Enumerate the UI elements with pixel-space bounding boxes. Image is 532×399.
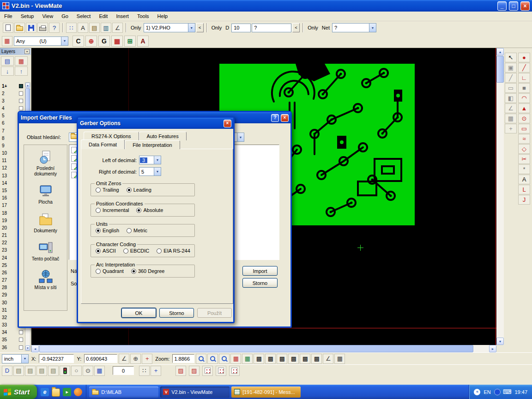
select-cursor-icon[interactable]: ↖ xyxy=(505,53,517,62)
wheel-settings-icon[interactable]: * xyxy=(518,164,530,174)
radio-option[interactable]: Absolute xyxy=(136,207,163,213)
gerber-file-check-icon[interactable]: ✓ xyxy=(71,147,77,153)
highlight-box-icon[interactable]: ▥ xyxy=(101,23,111,33)
aperture-text-icon[interactable]: A xyxy=(137,36,149,47)
crop-tool-icon[interactable]: ▣ xyxy=(505,63,517,73)
gerber-file-check-icon[interactable]: ✓ xyxy=(71,163,77,170)
scroll-thumb[interactable] xyxy=(496,56,504,83)
mirror-tool-icon[interactable]: ◧ xyxy=(505,93,517,103)
flash-pad-icon[interactable]: ⊕ xyxy=(85,36,97,47)
slope-tool-icon[interactable]: ∠ xyxy=(505,103,517,113)
flash-pad-draw-icon[interactable]: ● xyxy=(518,53,530,62)
ruler-4-icon[interactable]: ▤ xyxy=(48,366,59,376)
prev-dcode-button[interactable]: < xyxy=(292,23,300,32)
center-point-icon[interactable]: + xyxy=(142,354,152,364)
green-tool-icon[interactable]: ► xyxy=(63,388,71,396)
layer-colors-icon[interactable]: ▦ xyxy=(15,56,28,66)
apply-button[interactable]: Použít xyxy=(197,308,232,318)
menu-item[interactable]: Edit xyxy=(95,12,112,21)
film-dot-1-icon[interactable] xyxy=(202,366,213,376)
place-network[interactable]: Místa v síti xyxy=(25,269,66,290)
y-coordinate-field[interactable]: 0.690643 xyxy=(84,354,117,363)
dcode-value-field[interactable]: 10 xyxy=(231,24,251,32)
layer-swatch[interactable] xyxy=(19,84,23,88)
gerber-dialog-titlebar[interactable]: Gerber Options × xyxy=(78,118,233,129)
gerber-file-check-icon[interactable]: ✓ xyxy=(71,155,77,162)
radio-option[interactable]: Metric xyxy=(127,228,147,233)
layer-swatch[interactable] xyxy=(19,338,23,342)
menu-item[interactable]: File xyxy=(0,12,17,21)
left-decimal-combo[interactable]: 3 ▼ xyxy=(139,156,161,164)
prev-layer-button[interactable]: < xyxy=(196,23,204,32)
layer-swatch[interactable] xyxy=(19,345,23,350)
pad-view-2-icon[interactable]: ▩ xyxy=(265,354,276,364)
radio-option[interactable]: English xyxy=(96,228,119,233)
film-dot-3-icon[interactable] xyxy=(229,366,240,376)
place-desktop[interactable]: Plocha xyxy=(25,183,66,205)
task-message[interactable]: [191-482-091] - Mess... xyxy=(231,387,301,398)
menu-item[interactable]: Select xyxy=(73,12,95,21)
radio-option[interactable]: EIA RS-244 xyxy=(157,248,190,254)
chevron-down-icon[interactable]: ▼ xyxy=(188,24,195,32)
triangle-draw-icon[interactable]: ▲ xyxy=(518,103,530,113)
radio-icon[interactable] xyxy=(127,228,132,233)
scroll-left-icon[interactable]: ◄ xyxy=(31,345,39,352)
cancel-button[interactable]: Storno xyxy=(159,308,194,318)
ok-button[interactable]: OK xyxy=(121,308,156,318)
pad-view-6-icon[interactable]: ▩ xyxy=(311,354,322,364)
print-icon[interactable] xyxy=(37,23,48,33)
grid-tool-icon[interactable]: ▦ xyxy=(505,114,517,123)
zoom-window-icon[interactable] xyxy=(207,354,218,364)
grid-green-icon[interactable]: ▦ xyxy=(242,354,253,364)
radio-icon[interactable] xyxy=(123,248,128,254)
scroll-down-icon[interactable]: ▼ xyxy=(25,345,30,351)
film-box-icon[interactable]: ▤ xyxy=(89,23,100,33)
layer-row[interactable]: 2 xyxy=(1,90,24,97)
menu-item[interactable]: Go xyxy=(57,12,73,21)
table-2-icon[interactable]: ▦ xyxy=(334,354,345,364)
chevron-down-icon[interactable]: ▼ xyxy=(154,168,161,175)
layer-up-icon[interactable]: ↑ xyxy=(15,66,28,76)
radio-option[interactable]: Trailing xyxy=(96,187,119,193)
layer-table-icon[interactable]: ▤ xyxy=(1,56,14,66)
chevron-down-icon[interactable]: ▼ xyxy=(369,24,376,32)
dcode-filter-field[interactable]: ? xyxy=(252,24,291,32)
length-draw-icon[interactable]: L xyxy=(518,185,530,194)
start-button[interactable]: Start xyxy=(0,385,37,399)
window-titlebar[interactable]: V2.bin - ViewMate _ □ × xyxy=(0,0,532,12)
restore-button[interactable]: □ xyxy=(509,1,518,11)
help-icon[interactable]: ? xyxy=(271,114,279,122)
dot-grid-icon[interactable]: ∷ xyxy=(139,366,150,376)
only-net-label[interactable]: Only xyxy=(308,25,318,30)
close-icon[interactable]: × xyxy=(24,49,30,54)
pad-view-3-icon[interactable]: ▩ xyxy=(277,354,287,364)
line-draw-icon[interactable]: ╱ xyxy=(518,63,530,73)
dcode-d-icon[interactable]: D xyxy=(2,366,12,376)
close-icon[interactable]: × xyxy=(224,120,231,127)
hook-draw-icon[interactable]: J xyxy=(518,195,530,205)
arc-draw-icon[interactable]: ◠ xyxy=(518,93,530,103)
only-layer-label[interactable]: Only xyxy=(131,25,141,30)
open-file-icon[interactable] xyxy=(14,23,25,33)
scroll-right-icon[interactable]: ► xyxy=(489,345,496,352)
scroll-down-icon[interactable]: ▼ xyxy=(496,338,504,345)
film-dot-2-icon[interactable] xyxy=(216,366,226,376)
circle-blank-icon[interactable]: ○ xyxy=(71,366,82,376)
target-pad-icon[interactable]: ⊞ xyxy=(124,36,136,47)
pad-view-1-icon[interactable]: ▩ xyxy=(254,354,264,364)
ruler-1-icon[interactable]: ▤ xyxy=(13,366,24,376)
menu-item[interactable]: Setup xyxy=(17,12,38,21)
tray-keyboard-icon[interactable]: ⌨ xyxy=(503,389,512,395)
net-select-combo[interactable]: ? ▼ xyxy=(332,23,376,32)
layer-row[interactable]: 3 xyxy=(1,97,24,104)
tab-auto-features[interactable]: Auto Features xyxy=(139,132,187,140)
radio-icon[interactable] xyxy=(157,248,162,254)
cut-draw-icon[interactable]: ✂ xyxy=(518,154,530,164)
internet-explorer-icon[interactable]: e xyxy=(41,388,49,396)
menu-item[interactable]: View xyxy=(38,12,57,21)
new-file-icon[interactable] xyxy=(3,23,13,33)
traffic-light-icon[interactable] xyxy=(60,366,70,376)
radio-option[interactable]: ASCII xyxy=(96,248,116,254)
tab-file-interpretation[interactable]: File Interpretation xyxy=(125,140,180,149)
snap-value-field[interactable]: 0 xyxy=(113,366,134,375)
